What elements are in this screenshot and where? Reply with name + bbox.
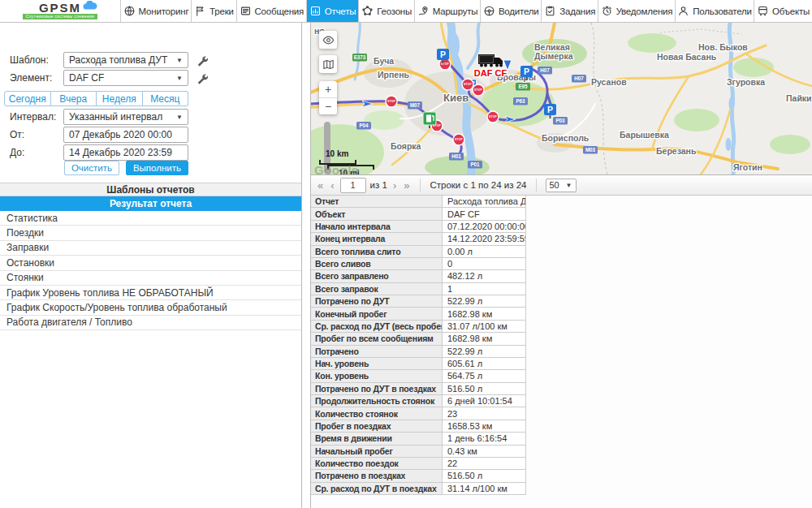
- map[interactable]: няБучаИрпеньКиевБояркаВеликаяДымеркаБров…: [311, 23, 812, 175]
- map-place-label: Борисполь: [542, 133, 590, 143]
- svg-text:P04: P04: [359, 123, 369, 128]
- report-field-label: Кон. уровень: [311, 370, 443, 381]
- stop-marker[interactable]: STOP: [487, 111, 499, 123]
- element-select[interactable]: DAF CF▼: [63, 70, 188, 86]
- execute-button[interactable]: Выполнить: [126, 161, 188, 175]
- element-settings-button[interactable]: [195, 72, 208, 85]
- svg-text:E373: E373: [354, 54, 366, 60]
- map-place-label: Березань: [656, 146, 697, 156]
- tab-reports[interactable]: Отчеты: [306, 0, 359, 22]
- report-field-label: Пробег по всем сообщениям: [311, 333, 443, 344]
- stop-marker[interactable]: STOP: [439, 58, 451, 70]
- zoom-in-button[interactable]: +: [319, 81, 337, 98]
- interval-select-value: Указанный интервал: [69, 111, 162, 123]
- tab-monitoring[interactable]: Мониторинг: [120, 0, 191, 22]
- range-button-yesterday[interactable]: Вчера: [51, 91, 97, 106]
- brand-tagline: Спутниковые системы слежения: [23, 14, 97, 19]
- section-report-result[interactable]: Результат отчета: [0, 196, 301, 211]
- template-label: Шаблон:: [10, 52, 49, 68]
- table-row: ОбъектDAF CF: [311, 208, 526, 220]
- prev-page-button[interactable]: ‹: [329, 180, 335, 191]
- map-place-label: Новая Басань: [657, 52, 717, 62]
- zoom-out-button[interactable]: −: [319, 98, 337, 114]
- table-row: ОтчетРасхода топлива ДУТ: [311, 196, 526, 208]
- report-item[interactable]: Работа двигателя / Топливо: [0, 316, 301, 330]
- map-place-label: Буча: [374, 56, 394, 66]
- table-row: Всего топлива слито0.00 л: [311, 246, 526, 258]
- geofence-icon: [361, 5, 374, 17]
- tab-tracks[interactable]: Треки: [191, 0, 236, 22]
- report-field-label: Пробег в поездках: [311, 420, 443, 432]
- range-button-week[interactable]: Неделя: [97, 91, 143, 106]
- nav-tabs: МониторингТрекиСообщенияОтчетыГеозоныМар…: [120, 0, 812, 22]
- from-date-input[interactable]: [63, 127, 188, 143]
- tab-notifications[interactable]: Уведомления: [598, 0, 675, 22]
- clear-button[interactable]: Очистить: [64, 161, 119, 175]
- report-field-label: Нач. уровень: [311, 358, 443, 369]
- brand-logo[interactable]: GPSM Спутниковые системы слежения: [0, 0, 120, 22]
- interval-select[interactable]: Указанный интервал▼: [63, 109, 188, 125]
- table-pagination: « ‹ из 1 › » Строки с 1 по 24 из 24 50▼: [311, 175, 812, 196]
- tab-messages[interactable]: Сообщения: [236, 0, 306, 22]
- drivers-icon: [483, 5, 495, 17]
- section-report-templates[interactable]: Шаблоны отчетов: [0, 183, 301, 196]
- report-field-label: Ср. расход по ДУТ в поездках: [311, 483, 443, 494]
- stop-marker[interactable]: STOP: [473, 84, 484, 96]
- tab-label: Отчеты: [325, 6, 356, 16]
- next-page-button[interactable]: ›: [391, 180, 398, 191]
- report-field-value: 1658.53 км: [443, 420, 526, 432]
- road-shield: M03: [583, 146, 598, 154]
- report-field-value: 31.14 л/100 км: [443, 483, 526, 494]
- tab-label: Геозоны: [377, 6, 412, 16]
- report-item[interactable]: Поездки: [0, 226, 301, 240]
- visibility-button[interactable]: [319, 31, 337, 49]
- report-field-value: 22: [443, 458, 526, 469]
- tab-drivers[interactable]: Водители: [480, 0, 541, 22]
- table-row: Кон. уровень564.75 л: [311, 370, 526, 382]
- table-row: Ср. расход по ДУТ (весь пробег)31.07 л/1…: [311, 321, 526, 333]
- report-field-label: Отчет: [311, 196, 443, 207]
- report-pages-list: СтатистикаПоездкиЗаправкиОстановкиСтоянк…: [0, 211, 301, 330]
- report-field-value: 482.12 л: [443, 270, 526, 282]
- report-item[interactable]: Остановки: [0, 256, 301, 270]
- report-item[interactable]: График Уровень топлива НЕ ОБРАБОТАНЫЙ: [0, 286, 301, 300]
- first-page-button[interactable]: «: [316, 180, 325, 191]
- eye-icon: [322, 34, 335, 46]
- page-count-label: из 1: [370, 180, 387, 190]
- tab-tasks[interactable]: Задания: [541, 0, 598, 22]
- svg-text:P01: P01: [470, 161, 480, 167]
- page-input[interactable]: [340, 178, 366, 193]
- range-button-today[interactable]: Сегодня: [4, 91, 51, 106]
- messages-icon: [240, 5, 252, 17]
- report-item[interactable]: Заправки: [0, 241, 301, 256]
- svg-text:STOP: STOP: [464, 83, 473, 86]
- report-item[interactable]: График Скорость/Уровень топлива обработа…: [0, 300, 301, 315]
- layers-button[interactable]: [319, 55, 337, 73]
- to-label: До:: [10, 144, 24, 161]
- report-field-value: 14.12.2020 23:59:59: [443, 233, 526, 244]
- stop-marker[interactable]: STOP: [453, 134, 464, 145]
- tab-label: Маршруты: [433, 6, 478, 16]
- report-summary-table: ОтчетРасхода топлива ДУТОбъектDAF CFНача…: [311, 196, 526, 495]
- map-place-label: Ирпень: [378, 70, 409, 80]
- globe-icon: [123, 5, 136, 17]
- to-date-input[interactable]: [63, 144, 188, 161]
- report-item[interactable]: Статистика: [0, 211, 301, 226]
- report-field-value: 516.50 л: [443, 383, 526, 394]
- report-item[interactable]: Стоянки: [0, 271, 301, 286]
- svg-text:E95: E95: [518, 84, 528, 89]
- top-nav: GPSM Спутниковые системы слежения Монито…: [0, 0, 812, 23]
- map-watermark: Google: [314, 163, 359, 175]
- range-button-month[interactable]: Месяц: [143, 91, 189, 106]
- template-settings-button[interactable]: [195, 54, 208, 67]
- tab-objects[interactable]: Объекты: [754, 0, 812, 22]
- tab-routes[interactable]: Маршруты: [414, 0, 480, 22]
- tab-users[interactable]: Пользователи: [675, 0, 754, 22]
- page-size-select[interactable]: 50▼: [546, 179, 577, 192]
- template-select[interactable]: Расхода топлива ДУТ▼: [63, 52, 188, 68]
- table-row: Нач. уровень605.61 л: [311, 358, 526, 370]
- stop-marker[interactable]: STOP: [386, 96, 397, 107]
- tab-geofences[interactable]: Геозоны: [358, 0, 414, 22]
- wrench-icon: [196, 54, 208, 67]
- last-page-button[interactable]: »: [402, 180, 411, 191]
